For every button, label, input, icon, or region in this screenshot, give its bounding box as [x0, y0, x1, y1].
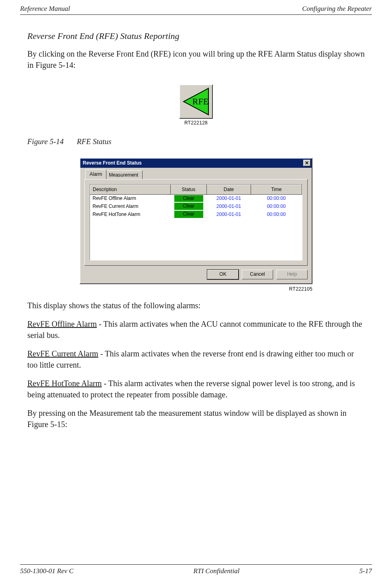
footer-left: 550-1300-01 Rev C [20, 566, 74, 576]
rfe-icon-label: RFE [192, 96, 208, 106]
tab-panel-alarm: Description Status Date Time RevFE Offli… [84, 179, 308, 266]
cell-time: 00:00:00 [251, 210, 302, 218]
ok-button[interactable]: OK [207, 270, 239, 279]
table-row[interactable]: RevFE HotTone Alarm Clear 2000-01-01 00:… [90, 210, 302, 218]
status-badge: Clear [174, 203, 203, 210]
alarm-current-name: RevFE Current Alarm [27, 349, 98, 358]
dialog-titlebar: Reverse Front End Status ✕ [80, 159, 312, 168]
status-badge: Clear [174, 211, 203, 218]
figure-caption: RFE Status [77, 137, 111, 146]
cell-description: RevFE Offline Alarm [90, 194, 171, 202]
tab-measurement-label: Measurement [109, 172, 138, 178]
cell-description: RevFE HotTone Alarm [90, 210, 171, 218]
tab-strip: Alarm Measurement [84, 170, 308, 179]
alarm-list-lead: This display shows the status of the fol… [27, 300, 365, 311]
running-footer: 550-1300-01 Rev C RTI Confidential 5-17 [20, 564, 372, 576]
footer-center: RTI Confidential [194, 566, 240, 576]
dialog-ref: RT222105 [80, 286, 312, 293]
header-right: Configuring the Repeater [302, 4, 372, 14]
running-header: Reference Manual Configuring the Repeate… [20, 4, 372, 15]
cancel-button[interactable]: Cancel [242, 270, 273, 279]
alarm-offline-paragraph: RevFE Offline Alarm - This alarm activat… [27, 318, 365, 341]
alarm-hottone-name: RevFE HotTone Alarm [27, 379, 102, 388]
outro-paragraph: By pressing on the Measurement tab the m… [27, 407, 365, 430]
cell-date: 2000-01-01 [207, 210, 251, 218]
alarm-hottone-paragraph: RevFE HotTone Alarm - This alarm activat… [27, 378, 365, 400]
rfe-triangle-icon: RFE [180, 86, 212, 117]
tab-alarm-label: Alarm [90, 171, 102, 177]
cell-description: RevFE Current Alarm [90, 202, 171, 210]
col-description[interactable]: Description [90, 185, 171, 194]
table-row[interactable]: RevFE Offline Alarm Clear 2000-01-01 00:… [90, 194, 302, 202]
alarm-listview[interactable]: Description Status Date Time RevFE Offli… [90, 184, 302, 260]
footer-right: 5-17 [359, 566, 372, 576]
col-status[interactable]: Status [171, 185, 207, 194]
cell-date: 2000-01-01 [207, 194, 251, 202]
dialog-title: Reverse Front End Status [83, 160, 142, 167]
table-row[interactable]: RevFE Current Alarm Clear 2000-01-01 00:… [90, 202, 302, 210]
section-title: Reverse Front End (RFE) Status Reporting [27, 30, 365, 43]
figure-label: Figure 5-14 RFE Status [27, 136, 365, 147]
col-time[interactable]: Time [251, 185, 302, 194]
rfe-status-dialog: Reverse Front End Status ✕ Alarm Measure… [80, 158, 312, 284]
cell-time: 00:00:00 [251, 202, 302, 210]
status-badge: Clear [174, 195, 203, 202]
intro-paragraph: By clicking on the Reverse Front End (RF… [27, 48, 365, 71]
alarm-current-paragraph: RevFE Current Alarm - This alarm activat… [27, 348, 365, 370]
cell-time: 00:00:00 [251, 194, 302, 202]
cell-status: Clear [171, 194, 207, 202]
col-date[interactable]: Date [207, 185, 251, 194]
rfe-icon-ref: RT222128 [27, 120, 365, 126]
header-left: Reference Manual [20, 4, 70, 14]
cell-status: Clear [171, 202, 207, 210]
close-glyph: ✕ [305, 161, 309, 165]
tab-alarm[interactable]: Alarm [85, 169, 106, 179]
rfe-icon[interactable]: RFE [179, 84, 213, 119]
close-icon[interactable]: ✕ [303, 160, 310, 166]
cell-date: 2000-01-01 [207, 202, 251, 210]
dialog-button-row: OK Cancel Help [84, 270, 308, 279]
alarm-offline-name: RevFE Offline Alarm [27, 319, 97, 328]
figure-number: Figure 5-14 [27, 137, 64, 146]
tab-measurement[interactable]: Measurement [104, 170, 143, 179]
cell-status: Clear [171, 210, 207, 218]
help-button: Help [276, 270, 308, 279]
